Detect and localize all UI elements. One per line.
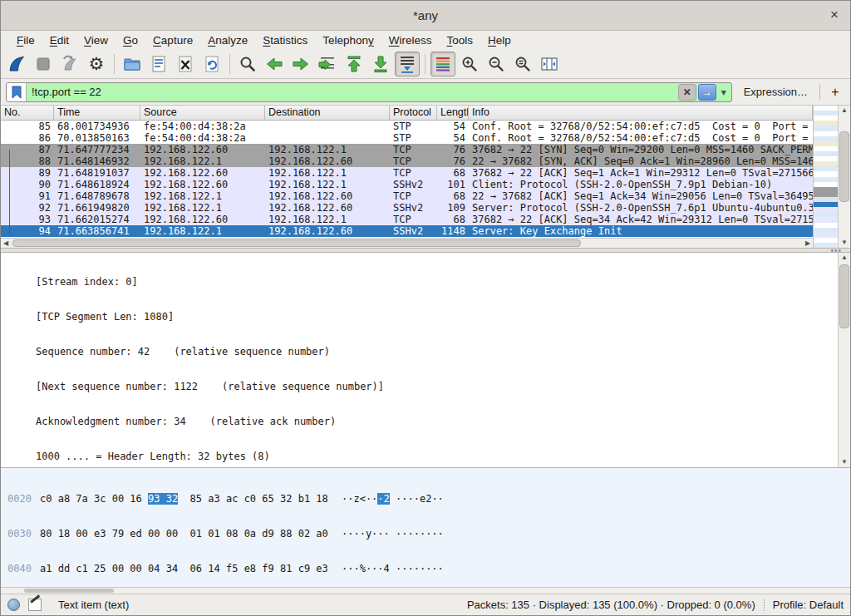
profile-text[interactable]: Profile: Default [773,599,844,611]
packet-minimap[interactable] [813,106,838,248]
column-header-info[interactable]: Info [469,106,813,120]
packet-list-hscrollbar[interactable]: ◀ ▶ [1,238,813,248]
expert-info-icon[interactable] [7,599,20,611]
packet-row[interactable]: 8771.647777234192.168.122.60192.168.122.… [1,144,813,155]
packet-row[interactable]: 9271.661949820192.168.122.1192.168.122.6… [1,202,813,214]
scroll-down-icon[interactable]: ▼ [839,457,850,467]
go-forward-button[interactable] [288,52,313,76]
start-capture-button[interactable] [4,52,29,76]
menu-go[interactable]: Go [116,32,145,48]
detail-line[interactable]: [TCP Segment Len: 1080] [1,311,838,323]
packet-row[interactable]: 9371.662015274192.168.122.60192.168.122.… [1,214,813,225]
menu-analyze[interactable]: Analyze [200,32,255,48]
scroll-right-icon[interactable]: ▶ [803,239,813,248]
close-file-button[interactable] [173,52,198,76]
resize-columns-button[interactable] [537,52,562,76]
menu-file[interactable]: File [9,32,42,48]
hscroll-thumb[interactable] [12,239,581,247]
packet-counts-text: Packets: 135 · Displayed: 135 (100.0%) ·… [467,599,755,611]
arrow-bottom-icon [371,54,391,74]
auto-scroll-button[interactable] [395,52,420,76]
hex-offset: 0030 [7,528,32,540]
go-back-button[interactable] [262,52,287,76]
capture-comment-icon[interactable] [28,599,42,611]
menu-bar: File Edit View Go Capture Analyze Statis… [1,31,850,49]
menu-tools[interactable]: Tools [440,32,481,48]
packet-row[interactable]: 8568.001734936fe:54:00:d4:38:2aSTP54Conf… [1,121,813,132]
save-file-button[interactable] [146,52,171,76]
detail-line[interactable]: [Next sequence number: 1122 (relative se… [1,381,838,392]
find-packet-button[interactable] [235,52,260,76]
zoom-100-button[interactable] [510,52,535,76]
packet-protocol: TCP [390,214,437,225]
packet-time: 71.648618924 [54,179,140,190]
filter-value[interactable]: !tcp.port == 22 [27,86,678,98]
filter-dropdown-icon[interactable]: ▾ [718,84,730,101]
packet-row[interactable]: 9171.648789678192.168.122.1192.168.122.6… [1,190,813,202]
toolbar-separator [425,54,426,74]
filter-apply-button[interactable]: → [698,84,716,101]
auto-scroll-icon [397,54,417,74]
hex-hscrollbar[interactable] [1,587,850,594]
colorize-packets-button[interactable] [430,52,455,76]
hex-row[interactable]: 003080 18 00 e3 79 ed 00 00 01 01 08 0a … [1,528,850,540]
column-header-destination[interactable]: Destination [265,106,390,120]
hex-row[interactable]: 0020c0 a8 7a 3c 00 16 93 32 85 a3 ac c0 … [1,493,850,505]
menu-capture[interactable]: Capture [145,32,200,48]
vscroll-thumb[interactable] [839,264,849,328]
menu-telephony[interactable]: Telephony [315,32,381,48]
column-header-no[interactable]: No. [1,106,54,120]
add-filter-button[interactable]: + [825,85,845,100]
restart-capture-button[interactable] [57,52,82,76]
column-header-time[interactable]: Time [54,106,140,120]
details-vscrollbar[interactable]: ▲ ▼ [838,253,850,467]
column-header-length[interactable]: Length [437,106,469,120]
packet-row[interactable]: 9071.648618924192.168.122.60192.168.122.… [1,179,813,190]
packet-info: 37682 → 22 [SYN] Seq=0 Win=29200 Len=0 M… [469,144,813,155]
packet-destination: 192.168.122.60 [265,225,390,237]
display-filter-input[interactable]: !tcp.port == 22 ✕ → ▾ [6,82,732,102]
filter-clear-button[interactable]: ✕ [678,84,696,101]
column-header-protocol[interactable]: Protocol [390,106,437,120]
close-window-icon[interactable]: × [830,7,839,22]
packet-row-selected[interactable]: 9471.663856741192.168.122.1192.168.122.6… [1,225,813,237]
packet-row[interactable]: 8971.648191037192.168.122.60192.168.122.… [1,167,813,179]
hex-row[interactable]: 0040a1 dd c1 25 00 00 04 34 06 14 f5 e8 … [1,563,850,574]
hscroll-thumb[interactable] [24,589,114,593]
packet-source: 192.168.122.1 [140,190,265,202]
packet-row[interactable]: 8871.648146932192.168.122.1192.168.122.6… [1,155,813,167]
go-first-button[interactable] [342,52,366,76]
menu-statistics[interactable]: Statistics [255,32,315,48]
zoom-out-button[interactable] [484,52,509,76]
packet-row[interactable]: 8670.013850163fe:54:00:d4:38:2aSTP54Conf… [1,132,813,144]
menu-edit[interactable]: Edit [42,32,76,48]
packet-no: 85 [1,121,54,132]
detail-line[interactable]: Sequence number: 42 (relative sequence n… [1,346,838,357]
pane-divider[interactable]: ••• [1,249,850,253]
capture-options-button[interactable]: ⚙ [84,52,109,76]
open-file-button[interactable] [120,52,145,76]
menu-wireless[interactable]: Wireless [381,32,440,48]
detail-line[interactable]: [Stream index: 0] [1,276,838,288]
zoom-in-button[interactable] [457,52,482,76]
menu-help[interactable]: Help [480,32,519,48]
stop-capture-button[interactable] [31,52,56,76]
vscroll-thumb[interactable] [839,131,849,203]
filter-bookmark-button[interactable] [7,83,27,101]
scroll-up-icon[interactable]: ▲ [839,253,850,263]
column-header-source[interactable]: Source [140,106,265,120]
packet-list-vscrollbar[interactable]: ▲ ▼ [838,106,850,248]
filter-bar: !tcp.port == 22 ✕ → ▾ Expression… + [1,79,850,106]
detail-line[interactable]: Acknowledgment number: 34 (relative ack … [1,416,838,427]
go-last-button[interactable] [368,52,393,76]
go-to-packet-button[interactable] [315,52,340,76]
reload-file-button[interactable] [199,52,224,76]
packet-info: Conf. Root = 32768/0/52:54:00:ef:c7:d5 C… [469,132,813,144]
expression-button[interactable]: Expression… [737,86,814,98]
packet-destination: 192.168.122.60 [265,202,390,214]
packet-info: Server: Protocol (SSH-2.0-OpenSSH_7.6p1 … [469,202,813,214]
detail-line[interactable]: 1000 .... = Header Length: 32 bytes (8) [1,451,838,462]
menu-view[interactable]: View [76,32,116,48]
scroll-up-icon[interactable]: ▲ [839,106,850,116]
scroll-left-icon[interactable]: ◀ [1,239,11,248]
